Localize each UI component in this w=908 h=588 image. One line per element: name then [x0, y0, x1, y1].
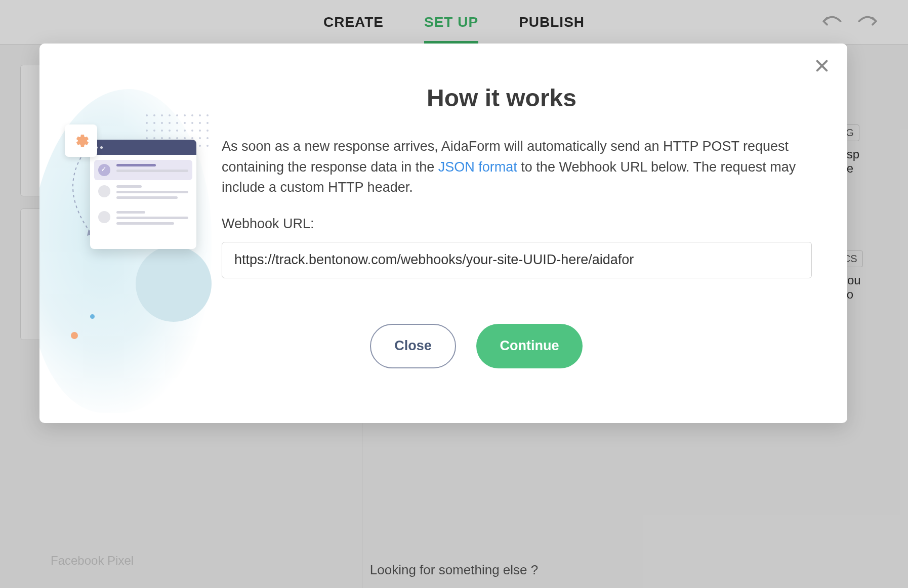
close-icon[interactable]	[814, 58, 830, 76]
json-format-link[interactable]: JSON format	[438, 159, 517, 175]
how-it-works-modal: How it works As soon as a new response a…	[39, 44, 847, 423]
modal-content: How it works As soon as a new response a…	[212, 44, 847, 423]
webhook-url-label: Webhook URL:	[222, 216, 812, 232]
modal-illustration	[39, 44, 212, 423]
decorative-dot-icon	[90, 314, 95, 319]
decorative-dot-icon	[71, 332, 78, 339]
modal-title: How it works	[191, 84, 812, 112]
gear-icon	[65, 124, 97, 157]
close-button[interactable]: Close	[370, 324, 456, 368]
continue-button[interactable]: Continue	[476, 324, 583, 368]
window-illustration-icon	[90, 140, 196, 249]
webhook-url-input[interactable]	[222, 242, 812, 278]
modal-description: As soon as a new response arrives, AidaF…	[222, 136, 812, 198]
modal-buttons: Close Continue	[141, 324, 812, 368]
